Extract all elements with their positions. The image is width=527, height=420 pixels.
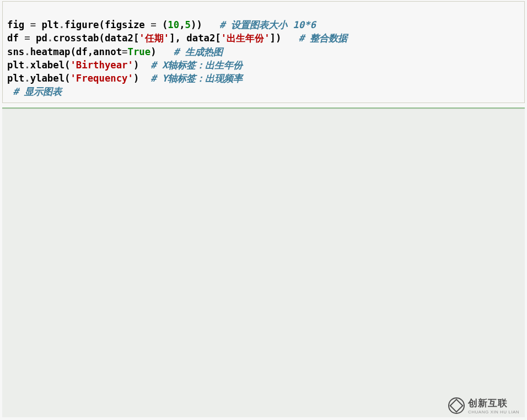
code-line-3: sns.heatmap(df,annot=True) # 生成热图 — [7, 46, 223, 57]
code-line-4: plt.xlabel('Birthyear') # X轴标签：出生年份 — [7, 60, 243, 71]
watermark-text: 创新互联 CHUANG XIN HU LIAN — [468, 397, 519, 414]
watermark-en: CHUANG XIN HU LIAN — [468, 410, 519, 414]
watermark-logo-icon — [448, 397, 465, 414]
code-line-2: df = pd.crosstab(data2['任期'], data2['出生年… — [7, 33, 347, 44]
output-area — [2, 109, 525, 417]
code-cell: fig = plt.figure(figsize = (10,5)) # 设置图… — [2, 1, 525, 103]
code-line-6: # 显示图表 — [7, 86, 62, 97]
watermark: 创新互联 CHUANG XIN HU LIAN — [448, 397, 519, 414]
code-line-5: plt.ylabel('Frequency') # Y轴标签：出现频率 — [7, 73, 243, 84]
code-line-1: fig = plt.figure(figsize = (10,5)) # 设置图… — [7, 19, 316, 30]
cell-separator — [2, 107, 525, 109]
watermark-cn: 创新互联 — [468, 398, 508, 408]
